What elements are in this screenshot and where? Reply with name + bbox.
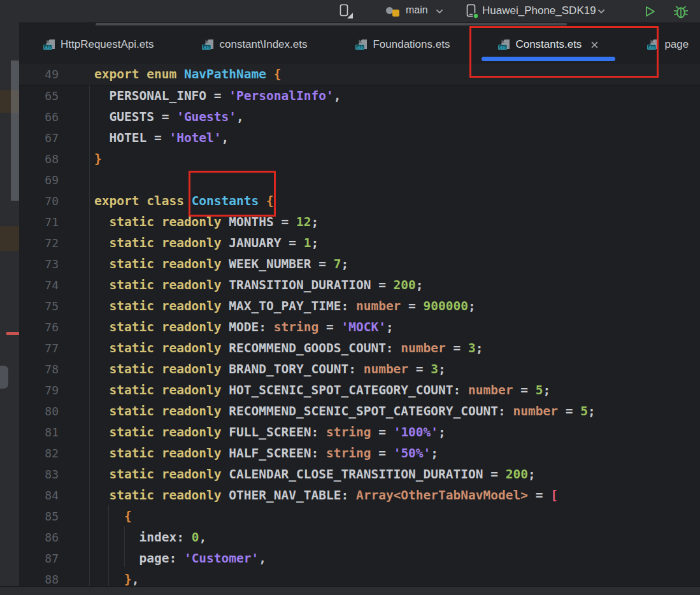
tab-constant-index-ets[interactable]: ETS constant\Index.ets [178, 25, 331, 64]
line-number[interactable]: 49 [19, 64, 89, 85]
code-line[interactable]: 80 static readonly RECOMMEND_SCENIC_SPOT… [19, 401, 700, 422]
code-line[interactable]: 83 static readonly CALENDAR_CLOSE_TRANSI… [19, 464, 700, 485]
error-stripe-mark [6, 332, 20, 335]
panel-scrollbar-thumb[interactable] [11, 61, 19, 201]
line-number[interactable]: 82 [19, 443, 89, 464]
line-number[interactable]: 87 [19, 548, 89, 569]
tab-page-ets[interactable]: ETS page [623, 25, 700, 64]
line-number[interactable]: 77 [19, 338, 89, 359]
tab-httprequestapi-ets[interactable]: ETS HttpRequestApi.ets [19, 25, 178, 64]
line-number[interactable]: 85 [19, 506, 89, 527]
code-token: 0 [192, 530, 199, 545]
code-text: PERSONAL_INFO = 'PersonalInfo', [89, 85, 341, 106]
code-token: 200 [506, 467, 528, 482]
line-number[interactable]: 66 [19, 106, 89, 127]
code-token: 'Customer' [184, 551, 259, 566]
git-branch-button[interactable]: main [406, 4, 428, 16]
code-line[interactable]: 74 static readonly TRANSITION_DURATION =… [19, 275, 700, 296]
code-token: ; [386, 320, 394, 334]
code-line[interactable]: 84 static readonly OTHER_NAV_TABLE: Arra… [19, 485, 700, 506]
code-line[interactable]: 71 static readonly MONTHS = 12; [19, 211, 700, 233]
line-number[interactable]: 72 [19, 233, 89, 254]
code-token: static readonly [94, 446, 229, 461]
code-token: TRANSITION_DURATION = [229, 278, 393, 292]
device-selector[interactable]: Huawei_Phone_SDK19 [482, 4, 596, 17]
code-token: 1 [304, 236, 311, 250]
line-number[interactable]: 65 [19, 85, 89, 106]
code-token: JANUARY = [229, 236, 303, 250]
code-line[interactable]: 72 static readonly JANUARY = 1; [19, 233, 700, 254]
run-button[interactable] [642, 4, 657, 19]
code-token: 5 [536, 383, 543, 398]
phone-device-icon [464, 3, 480, 20]
code-token: , [222, 131, 229, 145]
code-token: NavPathName [184, 67, 274, 82]
code-line[interactable]: 82 static readonly HALF_SCREEN: string =… [19, 443, 700, 464]
code-token: static readonly [94, 488, 229, 503]
code-line[interactable]: 79 static readonly HOT_SCENIC_SPOT_CATEG… [19, 380, 700, 401]
code-text: static readonly HOT_SCENIC_SPOT_CATEGORY… [89, 380, 550, 401]
line-number[interactable]: 78 [19, 359, 89, 380]
code-token: } [94, 152, 102, 166]
code-token: 7 [334, 257, 341, 271]
code-line[interactable]: 66 GUESTS = 'Guests', [19, 106, 700, 127]
code-line[interactable]: 69 [19, 169, 700, 190]
tool-window-handle[interactable] [0, 366, 8, 389]
code-line[interactable]: 86 index: 0, [19, 527, 700, 548]
ets-file-icon: ETS [647, 39, 659, 50]
code-token: = [318, 320, 341, 334]
code-line[interactable]: 76 static readonly MODE: string = 'MOCK'… [19, 317, 700, 338]
code-line[interactable]: 75 static readonly MAX_TO_PAY_TIME: numb… [19, 296, 700, 317]
line-number[interactable]: 81 [19, 422, 89, 443]
line-number[interactable]: 70 [19, 190, 89, 211]
code-editor[interactable]: 49export enum NavPathName { 65 PERSONAL_… [19, 64, 700, 586]
code-token: export enum [94, 67, 184, 82]
tab-constants-ets-active[interactable]: ETS Constants.ets [474, 25, 623, 64]
code-token: , [199, 530, 206, 545]
code-token: , [132, 572, 139, 587]
line-number[interactable]: 79 [19, 380, 89, 401]
line-number[interactable]: 67 [19, 127, 89, 148]
line-number[interactable]: 73 [19, 254, 89, 275]
code-line[interactable]: 78 static readonly BRAND_TORY_COUNT: num… [19, 359, 700, 380]
code-text: static readonly JANUARY = 1; [89, 233, 318, 254]
close-tab-icon[interactable] [590, 41, 599, 49]
line-number[interactable]: 76 [19, 317, 89, 338]
code-token: MONTHS = [229, 215, 296, 229]
code-line[interactable]: 49export enum NavPathName { [19, 64, 700, 85]
line-number[interactable]: 69 [19, 169, 89, 190]
code-token: static readonly [94, 383, 229, 398]
line-number[interactable]: 83 [19, 464, 89, 485]
code-line[interactable]: 81 static readonly FULL_SCREEN: string =… [19, 422, 700, 443]
code-line[interactable]: 68} [19, 148, 700, 169]
code-line[interactable]: 73 static readonly WEEK_NUMBER = 7; [19, 254, 700, 275]
code-line[interactable]: 70export class Constants { [19, 190, 700, 211]
code-text: static readonly BRAND_TORY_COUNT: number… [89, 359, 446, 380]
debug-button[interactable] [672, 3, 690, 20]
line-number[interactable]: 84 [19, 485, 89, 506]
code-token: HOTEL = [94, 131, 169, 145]
code-token: static readonly [94, 362, 229, 376]
code-token: static readonly [94, 215, 229, 229]
code-line[interactable]: 67 HOTEL = 'Hotel', [19, 127, 700, 148]
sticky-scope-line[interactable]: 49export enum NavPathName { [19, 64, 700, 85]
code-line[interactable]: 85 { [19, 506, 700, 527]
tab-label: page [664, 38, 689, 51]
line-number[interactable]: 68 [19, 148, 89, 169]
code-line[interactable]: 87 page: 'Customer', [19, 548, 700, 569]
code-token: , [334, 89, 341, 103]
line-number[interactable]: 71 [19, 211, 89, 233]
code-line[interactable]: 77 static readonly RECOMMEND_GOODS_COUNT… [19, 338, 700, 359]
tab-foundations-ets[interactable]: ETS Foundations.ets [331, 25, 474, 64]
line-number[interactable]: 86 [19, 527, 89, 548]
code-line[interactable]: 65 PERSONAL_INFO = 'PersonalInfo', [19, 85, 700, 106]
code-token: static readonly [94, 320, 229, 334]
line-number[interactable]: 74 [19, 275, 89, 296]
code-token: CALENDAR_CLOSE_TRANSITION_DURATION = [229, 467, 505, 482]
line-number[interactable]: 75 [19, 296, 89, 317]
line-number[interactable]: 80 [19, 401, 89, 422]
editor-tab-bar: ETS HttpRequestApi.ets ETS constant\Inde… [19, 22, 700, 64]
device-template-icon[interactable] [338, 3, 354, 20]
tab-label: Constants.ets [515, 38, 582, 51]
ets-file-icon: ETS [202, 39, 213, 50]
